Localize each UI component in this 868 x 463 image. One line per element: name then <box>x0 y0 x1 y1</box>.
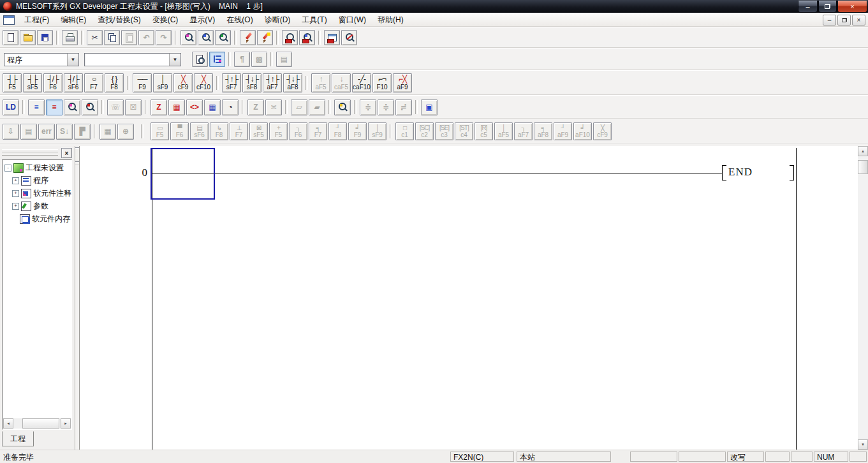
end-instruction[interactable]: END <box>728 166 753 179</box>
menu-tools[interactable]: 工具(T) <box>296 13 332 27</box>
closed-contact-button[interactable]: ┤/├F6 <box>43 73 63 92</box>
remote-operation-button[interactable]: ▦ <box>204 99 221 115</box>
application-instruction-button[interactable]: { }F8 <box>105 73 124 92</box>
delete-interconnect-button[interactable]: ⌐╳aF9 <box>393 73 412 92</box>
combo-dropdown-icon[interactable]: ▼ <box>169 54 180 66</box>
scroll-down-button[interactable]: ▾ <box>858 439 868 450</box>
scroll-up-button[interactable]: ▴ <box>858 146 868 156</box>
ladder-symbol-button[interactable]: LD <box>3 99 19 115</box>
panel-close-button[interactable]: × <box>61 148 72 158</box>
close-button[interactable]: × <box>837 1 867 13</box>
menu-project[interactable]: 工程(F) <box>18 13 55 27</box>
panel-grip[interactable] <box>2 152 58 156</box>
rising-pulse-button[interactable]: ┤↑├sF7 <box>222 73 241 92</box>
menu-help[interactable]: 帮助(H) <box>372 13 409 27</box>
combo-dropdown-icon[interactable]: ▼ <box>67 54 78 66</box>
monitor-mode-button[interactable] <box>334 99 351 115</box>
device-test-button[interactable]: ▣ <box>421 99 438 115</box>
coil-button[interactable]: ○F7 <box>84 73 103 92</box>
glyph: ▦ <box>209 103 216 111</box>
cut-button[interactable]: ✂ <box>87 30 103 45</box>
verify-with-plc-button[interactable]: <> <box>186 99 203 115</box>
device-comment-edit-button[interactable] <box>240 30 256 45</box>
find-instruction-button[interactable] <box>198 30 214 45</box>
menu-diagnostics[interactable]: 诊断(D) <box>259 13 297 27</box>
glyph: ▣ <box>425 103 432 111</box>
open-contact-branch-button[interactable]: ┤├sF5 <box>23 73 42 92</box>
scroll-thumb[interactable] <box>858 160 868 174</box>
expand-icon[interactable]: + <box>12 190 19 197</box>
delete-vertical-line-button[interactable]: ╳cF10 <box>194 73 213 92</box>
edit-ladder-button[interactable]: ≡ <box>46 99 63 115</box>
scroll-right-button[interactable]: ▸ <box>61 418 71 429</box>
read-from-plc-button[interactable]: ▦ <box>168 99 185 115</box>
mdi-restore-icon <box>842 18 847 22</box>
collapse-icon[interactable]: - <box>4 165 11 172</box>
tree-item-cmt[interactable]: +软元件注释 <box>4 187 71 200</box>
copy-button[interactable] <box>104 30 120 45</box>
comment-display-button[interactable] <box>192 52 208 67</box>
symbol-glyph: [ST] <box>459 124 468 131</box>
find-device-button[interactable] <box>180 30 196 45</box>
menu-online[interactable]: 在线(O) <box>221 13 258 27</box>
expand-icon[interactable]: + <box>12 177 19 184</box>
save-project-button[interactable] <box>37 30 53 45</box>
restore-button[interactable] <box>818 1 837 13</box>
scroll-left-button[interactable]: ◂ <box>3 418 13 429</box>
rising-pulse-branch-button[interactable]: ┤↑├aF7 <box>263 73 282 92</box>
write-mode-button[interactable] <box>82 99 98 115</box>
find-string-button[interactable] <box>215 30 231 45</box>
menu-convert[interactable]: 变换(C) <box>147 13 184 27</box>
tree-item-prog[interactable]: +程序 <box>4 174 71 187</box>
tree-item-project-root[interactable]: -工程未设置 <box>4 161 71 174</box>
program-type-combo[interactable]: 程序 ▼ <box>4 53 79 66</box>
minimize-button[interactable]: – <box>798 1 818 13</box>
menu-view[interactable]: 显示(V) <box>184 13 221 27</box>
find-contact-coil-button[interactable] <box>341 30 357 45</box>
project-data-list-button[interactable] <box>209 52 225 67</box>
menu-window[interactable]: 窗口(W) <box>333 13 372 27</box>
mdi-minimize-button[interactable]: – <box>823 15 836 26</box>
invert-result-button[interactable]: -╱-caF10 <box>352 73 371 92</box>
project-data-list-toggle[interactable]: ≡ <box>28 99 45 115</box>
read-mode-button[interactable] <box>64 99 80 115</box>
print-button[interactable] <box>62 30 78 45</box>
horizontal-interconnect-button[interactable]: ⌐¬F10 <box>372 73 392 92</box>
device-batch-monitor-button[interactable] <box>299 30 315 45</box>
scroll-thumb[interactable] <box>22 418 59 429</box>
editor-vertical-scrollbar[interactable]: ▴ ▾ <box>858 146 868 450</box>
ladder-cursor[interactable] <box>151 148 215 200</box>
vertical-line-button[interactable]: │sF9 <box>153 73 172 92</box>
open-contact-button[interactable]: ┤├F5 <box>3 73 22 92</box>
falling-pulse-branch-button[interactable]: ┤↓├aF8 <box>283 73 302 92</box>
entry-data-monitor-button[interactable] <box>324 30 340 45</box>
mdi-close-button[interactable]: × <box>852 15 865 26</box>
glyph: <> <box>190 103 199 111</box>
write-to-plc-button[interactable]: Z <box>151 99 167 115</box>
tree-item-mem[interactable]: 软元件内存 <box>4 212 71 225</box>
mdi-restore-button[interactable] <box>837 15 851 26</box>
ladder-editor[interactable]: 0 END <box>79 146 858 450</box>
new-project-button[interactable] <box>3 30 18 45</box>
paste-button <box>121 30 137 45</box>
falling-pulse-button[interactable]: ┤↓├sF8 <box>242 73 261 92</box>
glyph: ≍ <box>270 103 277 111</box>
function-key-label: cF9 <box>597 131 608 138</box>
menu-edit[interactable]: 编辑(E) <box>55 13 92 27</box>
clock-setting-button[interactable]: ◔ <box>222 99 239 115</box>
mdi-document-icon[interactable] <box>3 15 15 25</box>
target-combo[interactable]: ▼ <box>84 53 181 66</box>
delete-horizontal-line-button[interactable]: ╳cF9 <box>173 73 193 92</box>
expand-icon[interactable]: + <box>12 203 19 210</box>
tree-item-par[interactable]: +参数 <box>4 200 71 212</box>
horizontal-line-button[interactable]: ──F9 <box>133 73 152 92</box>
closed-contact-branch-button[interactable]: ┤/├sF6 <box>64 73 83 92</box>
mag-icon <box>285 33 295 43</box>
tree-horizontal-scrollbar[interactable]: ◂ ▸ <box>3 418 71 429</box>
open-project-button[interactable] <box>20 30 36 45</box>
device-monitor-button[interactable] <box>282 30 298 45</box>
project-tab[interactable]: 工程 <box>2 431 34 446</box>
menu-find-replace[interactable]: 查找/替换(S) <box>92 13 146 27</box>
mag-icon <box>85 102 95 112</box>
statement-note-edit-button[interactable] <box>257 30 273 45</box>
